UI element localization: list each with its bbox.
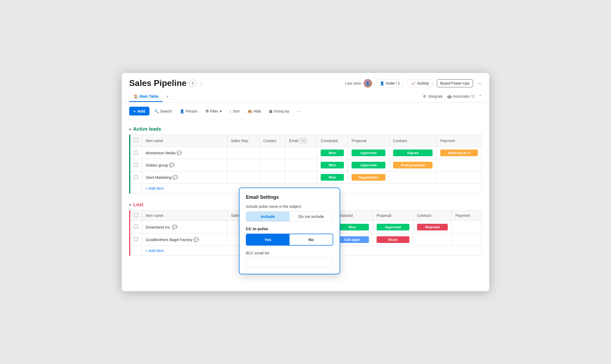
avatar: 👤 bbox=[364, 79, 372, 88]
row-proposal: Approved bbox=[348, 159, 389, 171]
row-checkbox[interactable] bbox=[134, 163, 138, 167]
active-leads-chevron[interactable]: ▾ bbox=[129, 127, 131, 131]
lost-contract-header: Contract bbox=[413, 210, 452, 221]
invite-button[interactable]: 👤 Invite / 1 bbox=[376, 79, 404, 87]
row-email bbox=[285, 171, 317, 184]
app-header: Sales Pipeline ℹ ☆ Last seen 👤 👤 Invite … bbox=[122, 73, 489, 102]
activity-button[interactable]: 📈 Activity bbox=[408, 79, 432, 87]
row-sales-rep bbox=[227, 147, 260, 159]
person-filter-button[interactable]: 👤 Person bbox=[177, 107, 201, 115]
header-left: Sales Pipeline ℹ ☆ bbox=[129, 78, 204, 88]
tabs-right: ⚙ Integrate 🤖 Automate / 2 ⌃ bbox=[423, 94, 482, 100]
main-table-label: Main Table bbox=[140, 94, 158, 98]
add-label: Add bbox=[137, 109, 145, 113]
row-checkbox-cell bbox=[130, 171, 142, 184]
add-tab-button[interactable]: + bbox=[163, 91, 172, 102]
lost-row-checkbox[interactable] bbox=[134, 225, 138, 229]
filter-chevron-icon: ▾ bbox=[220, 109, 222, 113]
info-icon[interactable]: ℹ bbox=[189, 80, 197, 87]
row-email bbox=[285, 147, 317, 159]
filter-label: Filter bbox=[210, 109, 218, 113]
row-contract: Draft prepared bbox=[389, 159, 437, 171]
cc-toggle-group: Yes No bbox=[246, 234, 333, 246]
hide-button[interactable]: 🙈 Hide bbox=[244, 107, 264, 115]
do-not-include-button[interactable]: Do not include bbox=[290, 212, 333, 221]
lost-chevron[interactable]: ▾ bbox=[129, 203, 131, 207]
lost-row-payment2 bbox=[451, 233, 482, 246]
search-icon: 🔍 bbox=[154, 109, 159, 113]
chat-icon[interactable]: 💬 bbox=[177, 151, 182, 155]
row-contacted: Won bbox=[317, 147, 348, 159]
row-sales-rep bbox=[227, 171, 260, 184]
no-button[interactable]: No bbox=[290, 234, 333, 245]
add-item-checkbox-cell bbox=[130, 184, 142, 193]
filter-button[interactable]: ⛃ Filter ▾ bbox=[202, 107, 225, 115]
sales-rep-header: Sales Rep. bbox=[227, 135, 260, 147]
email-settings-modal: Email Settings Include pulse name in the… bbox=[239, 188, 340, 274]
yes-button[interactable]: Yes bbox=[246, 234, 290, 245]
lost-row-payment bbox=[451, 221, 482, 233]
more-options-button[interactable]: ··· bbox=[477, 80, 482, 86]
lost-row-proposal: Approved bbox=[373, 221, 413, 233]
item-name-header: Item name bbox=[142, 135, 227, 147]
board-powerups-button[interactable]: Board Power-Ups bbox=[437, 79, 473, 87]
search-label: Search bbox=[160, 109, 172, 113]
lost-row-contract: Rejected bbox=[413, 221, 452, 233]
last-seen-label: Last seen bbox=[345, 81, 361, 85]
row-contract bbox=[389, 171, 437, 184]
lost-row-contract2 bbox=[413, 233, 452, 246]
active-leads-header: ▾ Active leads bbox=[129, 126, 482, 132]
main-content: ▾ Active leads Item name Sales Rep. Cont… bbox=[122, 126, 489, 263]
group-by-button[interactable]: ▦ Group by bbox=[266, 107, 292, 115]
row-proposal: Negotiation bbox=[348, 171, 389, 184]
group-by-icon: ▦ bbox=[269, 109, 272, 113]
app-window: Sales Pipeline ℹ ☆ Last seen 👤 👤 Invite … bbox=[122, 73, 489, 291]
lost-row-checkbox-cell2 bbox=[130, 233, 142, 246]
add-button[interactable]: + Add bbox=[129, 107, 149, 115]
lost-select-all[interactable] bbox=[134, 213, 138, 217]
row-checkbox[interactable] bbox=[134, 175, 138, 179]
lost-payment-header: Payment bbox=[451, 210, 482, 221]
lost-row-name: Dreamland Inc. 💬 bbox=[142, 221, 227, 233]
active-leads-title: Active leads bbox=[133, 126, 161, 132]
row-checkbox[interactable] bbox=[134, 151, 138, 155]
row-proposal: Approved bbox=[348, 147, 389, 159]
search-button[interactable]: 🔍 Search bbox=[151, 107, 175, 115]
contract-header: Contract bbox=[389, 135, 437, 147]
add-icon: + bbox=[133, 109, 136, 113]
toolbar: + Add 🔍 Search 👤 Person ⛃ Filter ▾ ↕ Sor… bbox=[122, 102, 489, 120]
contacted-header: Contacted bbox=[317, 135, 348, 147]
sort-button[interactable]: ↕ Sort bbox=[226, 107, 243, 115]
person-label: Person bbox=[186, 109, 197, 113]
chat-icon[interactable]: 💬 bbox=[173, 175, 178, 180]
email-col-more-button[interactable]: ··· bbox=[299, 138, 307, 144]
chat-icon[interactable]: 💬 bbox=[172, 225, 177, 229]
bcc-input[interactable] bbox=[246, 257, 333, 267]
lost-row-name2: Goodbrothers Bagel Factory 💬 bbox=[142, 233, 227, 246]
chat-icon[interactable]: 💬 bbox=[169, 163, 174, 167]
integrate-button[interactable]: ⚙ Integrate bbox=[423, 94, 443, 98]
sort-label: Sort bbox=[233, 109, 240, 113]
table-row: Globex group 💬 Won Approved Draft prepar… bbox=[130, 159, 482, 171]
hide-icon: 🙈 bbox=[247, 109, 252, 113]
row-checkbox-cell bbox=[130, 159, 142, 171]
collapse-button[interactable]: ⌃ bbox=[479, 94, 482, 98]
lost-row-proposal2: Stuck bbox=[373, 233, 413, 246]
star-icon[interactable]: ☆ bbox=[199, 80, 204, 86]
modal-title: Email Settings bbox=[246, 195, 333, 200]
hide-label: Hide bbox=[253, 109, 261, 113]
automate-label: Automate / 2 bbox=[453, 94, 474, 98]
include-button[interactable]: Include bbox=[246, 212, 290, 221]
row-email bbox=[285, 159, 317, 171]
more-toolbar-button[interactable]: ··· bbox=[294, 107, 304, 115]
payment-header: Payment bbox=[437, 135, 482, 147]
home-icon: 🏠 bbox=[133, 94, 138, 98]
tab-main-table[interactable]: 🏠 Main Table bbox=[129, 92, 163, 102]
automate-button[interactable]: 🤖 Automate / 2 bbox=[447, 94, 474, 98]
include-toggle-group: Include Do not include bbox=[246, 211, 333, 222]
chat-icon[interactable]: 💬 bbox=[194, 237, 199, 242]
activity-label: Activity bbox=[417, 81, 429, 85]
lost-row-checkbox2[interactable] bbox=[134, 237, 138, 241]
select-all-checkbox[interactable] bbox=[134, 138, 138, 142]
tabs-row: 🏠 Main Table + ⚙ Integrate 🤖 Automate / … bbox=[129, 91, 482, 102]
